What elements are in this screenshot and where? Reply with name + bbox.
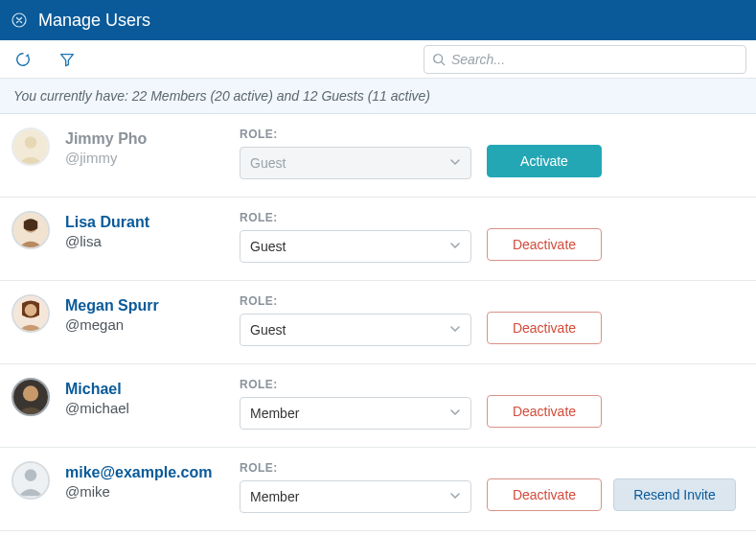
role-label: ROLE:	[240, 128, 471, 141]
search-icon	[432, 53, 446, 66]
user-name[interactable]: Lisa Durant	[65, 213, 224, 232]
role-value: Member	[250, 489, 299, 504]
deactivate-button[interactable]: Deactivate	[487, 395, 602, 428]
chevron-down-icon	[449, 322, 461, 338]
user-row: Jimmy Pho @jimmy ROLE: Guest Activate	[0, 114, 756, 198]
role-label: ROLE:	[240, 294, 471, 308]
avatar	[11, 294, 50, 333]
role-value: Member	[250, 406, 299, 421]
refresh-icon[interactable]	[13, 50, 33, 69]
role-value: Guest	[250, 155, 286, 171]
role-value: Guest	[250, 322, 286, 338]
user-row: mike@example.com @mike ROLE: Member Deac…	[0, 448, 756, 531]
user-row: Michael @michael ROLE: Member Deactivate	[0, 364, 756, 448]
search-input[interactable]	[451, 52, 738, 67]
role-select: Guest	[240, 147, 471, 179]
user-row: Megan Spurr @megan ROLE: Guest Deactivat…	[0, 281, 756, 364]
chevron-down-icon	[449, 239, 461, 254]
role-select[interactable]: Member	[240, 397, 471, 430]
user-handle: @lisa	[65, 232, 224, 251]
activate-button[interactable]: Activate	[487, 145, 602, 177]
role-label: ROLE:	[240, 461, 471, 475]
chevron-down-icon	[449, 406, 461, 421]
user-handle: @mike	[65, 482, 224, 501]
svg-point-11	[23, 385, 38, 401]
user-name[interactable]: Michael	[65, 380, 224, 399]
svg-point-4	[25, 136, 37, 149]
user-handle: @megan	[65, 315, 224, 335]
toolbar	[0, 40, 756, 79]
close-icon[interactable]	[11, 12, 27, 28]
svg-line-2	[442, 61, 445, 64]
role-select[interactable]: Guest	[240, 314, 471, 346]
header-bar: Manage Users	[0, 0, 756, 40]
avatar	[11, 461, 50, 500]
role-select[interactable]: Member	[240, 480, 471, 513]
svg-point-1	[434, 54, 443, 62]
page-title: Manage Users	[38, 11, 150, 31]
avatar	[11, 211, 50, 249]
role-value: Guest	[250, 239, 286, 254]
user-handle: @jimmy	[65, 149, 224, 168]
deactivate-button[interactable]: Deactivate	[487, 312, 602, 344]
resend-invite-button[interactable]: Resend Invite	[613, 478, 736, 511]
user-name[interactable]: Jimmy Pho	[65, 129, 224, 149]
user-row: Lisa Durant @lisa ROLE: Guest Deactivate	[0, 198, 756, 281]
deactivate-button[interactable]: Deactivate	[487, 478, 602, 511]
svg-point-9	[25, 304, 37, 316]
user-handle: @michael	[65, 399, 224, 418]
svg-point-13	[25, 469, 37, 481]
role-select[interactable]: Guest	[240, 230, 471, 263]
chevron-down-icon	[449, 155, 461, 171]
role-label: ROLE:	[240, 378, 471, 391]
user-name[interactable]: Megan Spurr	[65, 296, 224, 315]
summary-bar: You currently have: 22 Members (20 activ…	[0, 79, 756, 114]
search-input-wrap[interactable]	[424, 45, 746, 74]
role-label: ROLE:	[240, 211, 471, 224]
avatar	[11, 378, 50, 416]
chevron-down-icon	[449, 489, 461, 504]
filter-icon[interactable]	[57, 50, 77, 69]
user-list: Jimmy Pho @jimmy ROLE: Guest Activate Li…	[0, 114, 756, 531]
avatar	[11, 128, 50, 166]
user-name[interactable]: mike@example.com	[65, 463, 224, 482]
deactivate-button[interactable]: Deactivate	[487, 228, 602, 261]
